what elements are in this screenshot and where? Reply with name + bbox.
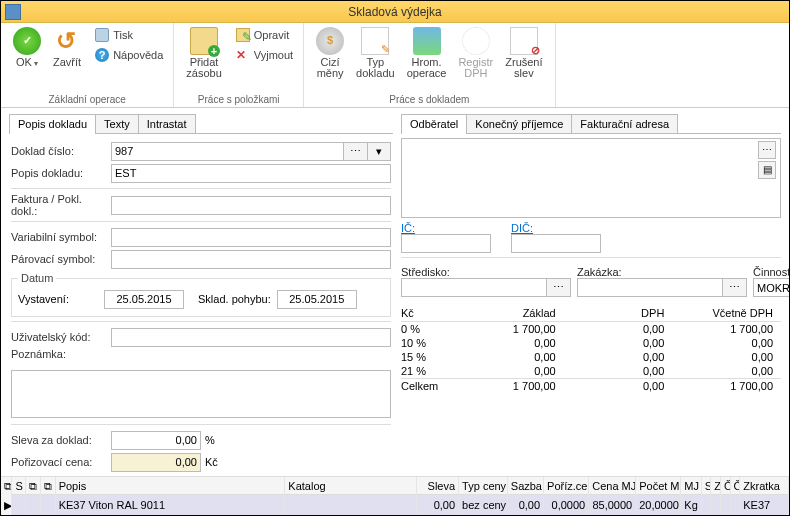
grid-cell-zkratka[interactable]: KE37 (740, 495, 789, 515)
grid-row[interactable]: ▶ KE37 Viton RAL 9011 0,00 bez ceny 0,00… (1, 495, 789, 515)
vat-header-vcetne: Včetně DPH (672, 307, 781, 319)
grid-header-c1[interactable]: Č (721, 477, 731, 495)
grid-header-row: ⧉ S ⧉ ⧉ Popis Katalog Sleva Typ ceny Saz… (1, 477, 789, 495)
grid-header-typceny[interactable]: Typ ceny (459, 477, 508, 495)
inner-tabs: Popis dokladu Texty Intrastat (9, 114, 393, 134)
printer-icon (95, 28, 109, 42)
sleva-input[interactable] (111, 431, 201, 450)
edit-button[interactable]: Opravit (232, 25, 297, 45)
grid-header-c2[interactable]: Č (731, 477, 741, 495)
label-doklad-cislo: Doklad číslo: (11, 145, 111, 157)
registr-dph-button[interactable]: Registr DPH (452, 25, 499, 81)
cancel-discounts-button[interactable]: Zrušení slev (499, 25, 548, 81)
grid-cell-typceny[interactable]: bez ceny (459, 495, 508, 515)
tab-intrastat[interactable]: Intrastat (138, 114, 196, 133)
grid-cell-popis[interactable]: KE37 Viton RAL 9011 (56, 495, 286, 515)
cut-icon (236, 48, 250, 62)
doklad-cislo-lookup[interactable]: ⋯ (344, 142, 368, 161)
partner-card-btn[interactable]: ▤ (758, 161, 776, 179)
grid-header-sleva[interactable]: Sleva (417, 477, 459, 495)
zakazka-input[interactable] (577, 278, 723, 297)
grid-cell-sazba[interactable]: 0,00 (508, 495, 544, 515)
check-icon (13, 27, 41, 55)
tab-texty[interactable]: Texty (95, 114, 139, 133)
vat-header-kc: Kč (401, 307, 455, 319)
tab-fakturacni-adresa[interactable]: Fakturační adresa (571, 114, 678, 133)
link-ic[interactable]: IČ: (401, 222, 491, 234)
tab-popis-dokladu[interactable]: Popis dokladu (9, 114, 96, 133)
date-vystaveni-input[interactable] (104, 290, 184, 309)
grid-header-s1[interactable]: S (702, 477, 712, 495)
currency-button[interactable]: Cizí měny (310, 25, 350, 81)
cut-button[interactable]: Vyjmout (232, 45, 297, 65)
label-zakazka: Zakázka: (577, 266, 747, 278)
titlebar: Skladová výdejka (1, 1, 789, 23)
grid-cell-mj[interactable]: Kg (681, 495, 701, 515)
vat-row: 21 %0,000,000,00 (401, 364, 781, 378)
grid-cell-katalog[interactable] (285, 495, 417, 515)
ok-button[interactable]: OK▾ (7, 25, 47, 71)
grid-header-zkratka[interactable]: Zkratka (740, 477, 789, 495)
add-stock-button[interactable]: Přidat zásobu (180, 25, 227, 81)
grid-header-mj[interactable]: MJ (681, 477, 701, 495)
faktura-input[interactable] (111, 196, 391, 215)
grid-header-popis[interactable]: Popis (56, 477, 286, 495)
grid-header-z[interactable]: Z (711, 477, 721, 495)
vat-header-dph: DPH (564, 307, 673, 319)
bulk-ops-button[interactable]: Hrom. operace (401, 25, 453, 81)
link-dic[interactable]: DIČ: (511, 222, 601, 234)
tab-odberatel[interactable]: Odběratel (401, 114, 467, 133)
doc-type-button[interactable]: Typ dokladu (350, 25, 401, 81)
varsym-input[interactable] (111, 228, 391, 247)
items-grid[interactable]: ⧉ S ⧉ ⧉ Popis Katalog Sleva Typ ceny Saz… (1, 476, 789, 515)
cancel-discount-icon (510, 27, 538, 55)
ribbon-group-basic: Základní operace (7, 93, 167, 107)
add-icon (190, 27, 218, 55)
vat-row: 10 %0,000,000,00 (401, 336, 781, 350)
grid-header-cenamj[interactable]: Cena MJ (589, 477, 636, 495)
close-button[interactable]: Zavřít (47, 25, 87, 70)
print-button[interactable]: Tisk (91, 25, 167, 45)
grid-header-marker[interactable]: ⧉ (1, 477, 12, 495)
partner-box: ⋯ ▤ (401, 138, 781, 218)
grid-header-icon1[interactable]: ⧉ (26, 477, 41, 495)
popis-dokladu-input[interactable] (111, 164, 391, 183)
zakazka-lookup[interactable]: ⋯ (723, 278, 747, 297)
label-sleva: Sleva za doklad: (11, 434, 111, 446)
grid-header-katalog[interactable]: Katalog (285, 477, 417, 495)
partner-text[interactable] (404, 141, 758, 215)
stredisko-lookup[interactable]: ⋯ (547, 278, 571, 297)
ic-input[interactable] (401, 234, 491, 253)
stredisko-input[interactable] (401, 278, 547, 297)
grid-header-pocetmj[interactable]: Počet M. (636, 477, 681, 495)
vat-table: Kč Základ DPH Včetně DPH 0 %1 700,000,00… (401, 305, 781, 393)
doklad-cislo-input[interactable] (111, 142, 344, 161)
legend-datum: Datum (18, 272, 56, 284)
grid-header-s[interactable]: S (12, 477, 25, 495)
date-sklad-pohyb-input[interactable] (277, 290, 357, 309)
poznamka-textarea[interactable] (11, 370, 391, 418)
label-sklad-pohyb: Sklad. pohybu: (198, 293, 271, 305)
label-usercode: Uživatelský kód: (11, 331, 111, 343)
cinnost-input[interactable] (753, 278, 789, 297)
label-popis-dokladu: Popis dokladu: (11, 167, 111, 179)
grid-cell-porizcena[interactable]: 0,0000 (544, 495, 589, 515)
ribbon-group-doc: Práce s dokladem (310, 93, 548, 107)
porizcena-input[interactable] (111, 453, 201, 472)
grid-cell-cenamj[interactable]: 85,0000 (589, 495, 636, 515)
parsym-input[interactable] (111, 250, 391, 269)
grid-row-marker: ▶ (1, 495, 12, 515)
usercode-input[interactable] (111, 328, 391, 347)
dic-input[interactable] (511, 234, 601, 253)
tab-konecny-prijemce[interactable]: Konečný příjemce (466, 114, 572, 133)
grid-cell-sleva[interactable]: 0,00 (417, 495, 459, 515)
grid-cell-pocetmj[interactable]: 20,0000 (636, 495, 681, 515)
grid-header-sazba[interactable]: Sazba l (508, 477, 544, 495)
partner-lookup-btn[interactable]: ⋯ (758, 141, 776, 159)
grid-header-icon2[interactable]: ⧉ (41, 477, 56, 495)
doklad-cislo-dropdown[interactable]: ▾ (367, 142, 391, 161)
vat-row: 0 %1 700,000,001 700,00 (401, 322, 781, 336)
label-poznamka: Poznámka: (11, 348, 111, 360)
grid-header-porizcena[interactable]: Poříz.cen (544, 477, 589, 495)
help-button[interactable]: Nápověda (91, 45, 167, 65)
